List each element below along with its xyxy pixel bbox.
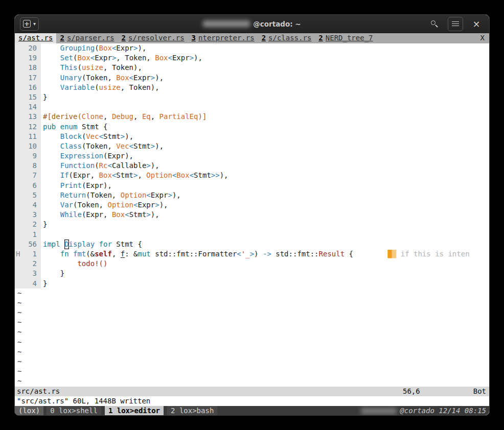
code-line[interactable]: 1 [15,230,489,240]
line-number: 56 [23,240,41,249]
redacted-hostname [361,408,397,414]
code-line[interactable]: 12pub enum Stmt { [15,122,489,132]
sign-column [15,102,23,112]
empty-line-tilde: ~ [15,338,489,347]
code-line[interactable]: H1 fn fmt(&self, f: &mut std::fmt::Forma… [15,249,489,259]
empty-line-tilde: ~ [15,327,489,337]
code-line[interactable]: 16 Variable(usize, Token), [15,83,489,92]
code-line[interactable]: 3 While(Expr, Box<Stmt>), [15,210,489,220]
sign-column [15,132,23,141]
editor-buffer: 20 Grouping(Box<Expr>),19 Set(Box<Expr>,… [15,43,489,387]
code-text [43,230,489,240]
sign-column [15,279,23,289]
line-gutter: 20 [15,43,41,53]
line-gutter: 5 [15,190,41,200]
new-tab-icon [23,20,31,28]
code-text: Return(Token, Option<Expr>), [43,190,489,200]
line-gutter: 56 [15,240,41,249]
tmux-right-status: @cortado 12/14 08:15 [361,406,489,415]
line-number: 15 [23,92,41,102]
vim-tab[interactable]: 2s/class.rs [258,33,315,43]
code-line[interactable]: 4 Var(Token, Option<Expr>), [15,200,489,210]
code-text: pub enum Stmt { [43,122,489,132]
new-tab-button[interactable]: ▾ [20,17,39,31]
code-line[interactable]: 5 Return(Token, Option<Expr>), [15,190,489,200]
code-line[interactable]: 15} [15,92,489,102]
vim-tab[interactable]: 2s/parser.rs [56,33,118,43]
menu-button[interactable] [448,17,463,31]
sign-column [15,220,23,229]
line-gutter: 4 [15,200,41,210]
vim-tab[interactable]: 3nterpreter.rs [188,33,258,43]
code-line[interactable]: 2 todo!() [15,259,489,269]
vim-tab[interactable]: s/ast.rs [15,33,56,43]
line-number: 16 [23,83,41,92]
sign-column: H [15,249,23,259]
line-gutter: 19 [15,53,41,63]
line-number: 17 [23,73,41,83]
tmux-windows: 0 lox>shell1 lox>editor2 lox>bash [47,406,217,415]
code-line[interactable]: 20 Grouping(Box<Expr>), [15,43,489,53]
empty-line-tilde: ~ [15,376,489,386]
code-line[interactable]: 56impl Display for Stmt { [15,240,489,249]
hamburger-icon [452,21,459,27]
code-text: Block(Vec<Stmt>), [43,132,489,141]
code-line[interactable]: 17 Unary(Token, Box<Expr>), [15,73,489,83]
code-line[interactable]: 4} [15,279,489,289]
code-line[interactable]: 8 Function(Rc<Callable>), [15,161,489,171]
line-number: 10 [23,141,41,151]
code-line[interactable]: 3 } [15,269,489,278]
line-number: 1 [23,249,41,259]
chevron-down-icon[interactable]: ▾ [33,21,36,27]
tmux-window[interactable]: 0 lox>shell [47,406,101,415]
tab-label: NERD_tree_7 [326,33,373,43]
tab-buffer-count: 2 [262,33,266,43]
code-line[interactable]: 7 If(Expr, Box<Stmt>, Option<Box<Stmt>>)… [15,171,489,180]
window-title: @cortado: ~ [15,15,489,33]
sign-column [15,269,23,278]
tab-buffer-count: 2 [122,33,126,43]
code-text: fn fmt(&self, f: &mut std::fmt::Formatte… [43,249,489,259]
line-number: 4 [23,279,41,289]
tmux-window[interactable]: 1 lox>editor [105,406,164,415]
tmux-window[interactable]: 2 lox>bash [167,406,217,415]
code-line[interactable]: 13#[derive(Clone, Debug, Eq, PartialEq)] [15,112,489,122]
sign-column [15,230,23,240]
tmux-session-name[interactable]: (lox) [15,406,43,415]
window-title-text: @cortado: ~ [253,20,301,28]
sign-column [15,171,23,180]
tab-buffer-count: 2 [318,33,323,43]
code-text: If(Expr, Box<Stmt>, Option<Box<Stmt>>), [43,171,489,180]
code-line[interactable]: 10 Class(Token, Vec<Stmt>), [15,141,489,151]
code-text: Unary(Token, Box<Expr>), [43,73,489,83]
line-gutter: 13 [15,112,41,122]
code-line[interactable]: 11 Block(Vec<Stmt>), [15,132,489,141]
code-text: Grouping(Box<Expr>), [43,43,489,53]
terminal-window: ▾ @cortado: ~ × s/ast.rs2s/parser.rs2s/r… [14,14,490,416]
sign-column [15,200,23,210]
line-number: 2 [23,259,41,269]
vim-statusline: src/ast.rs 56,6 Bot [15,387,489,396]
vim-tab[interactable]: 2NERD_tree_7 [315,33,376,43]
close-button[interactable]: × [469,17,484,31]
tab-label: nterpreter.rs [198,33,255,43]
empty-line-tilde: ~ [15,367,489,376]
code-line[interactable]: 9 Expression(Expr), [15,151,489,161]
sign-column [15,112,23,122]
line-number: 5 [23,190,41,200]
code-line[interactable]: 19 Set(Box<Expr>, Token, Box<Expr>), [15,53,489,63]
tab-label: s/class.rs [268,33,311,43]
code-line[interactable]: 14 [15,102,489,112]
tabline-close-button[interactable]: X [476,33,489,43]
sign-column [15,43,23,53]
code-text [43,102,489,112]
line-number: 3 [23,269,41,278]
vim-tab[interactable]: 2s/resolver.rs [118,33,188,43]
sign-column [15,73,23,83]
code-line[interactable]: 18 This(usize, Token), [15,63,489,73]
search-button[interactable] [427,17,442,31]
code-text: } [43,269,489,278]
code-line[interactable]: 2} [15,220,489,229]
line-gutter: 4 [15,279,41,289]
code-line[interactable]: 6 Print(Expr), [15,181,489,190]
